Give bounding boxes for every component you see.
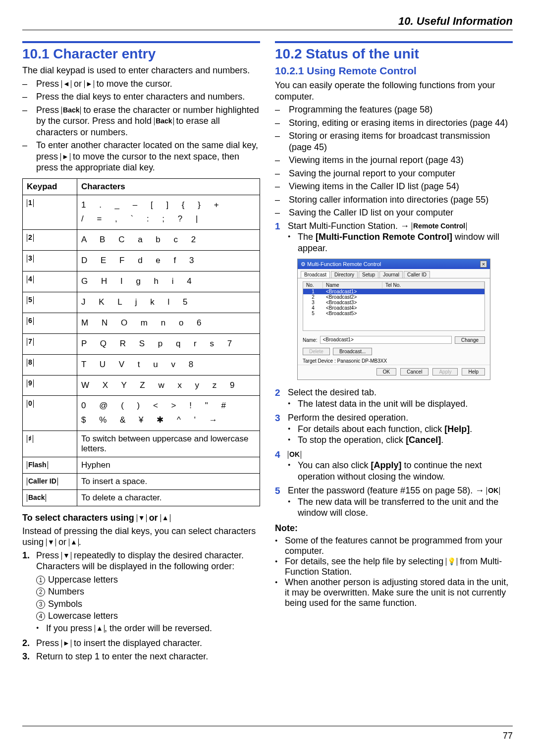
change-button[interactable]: Change	[455, 336, 485, 344]
circled-3-icon: 3	[36, 600, 45, 609]
broadcast-list[interactable]: No. Name Tel No. 1<Broadcast1> 2<Broadca…	[303, 281, 485, 331]
key-3: 3	[27, 255, 34, 263]
list-row[interactable]: 3<Broadcast3>	[303, 300, 484, 305]
chars-flash: Hyphen	[77, 457, 260, 474]
key-7: 7	[27, 338, 34, 346]
proc-step-5: 5 Enter the password (feature #155 on pa…	[275, 485, 513, 519]
circled-1-icon: 1	[36, 576, 45, 585]
list-row[interactable]: 5<Broadcast5>	[303, 311, 484, 316]
up-arrow-key: ▲	[160, 514, 170, 522]
tab-caller-id[interactable]: Caller ID	[404, 271, 430, 278]
bullet-press-dial: Press the dial keys to enter characters …	[22, 91, 260, 103]
chars-7: P Q R S p q r s 7	[77, 333, 260, 354]
apply-button[interactable]: Apply	[432, 368, 458, 376]
key-caller-id: Caller ID	[27, 478, 58, 486]
chars-hash: To switch between uppercase and lowercas…	[77, 431, 260, 457]
chars-4: G H I g h i 4	[77, 271, 260, 292]
down-arrow-key: ▼	[46, 539, 56, 546]
cancel-button[interactable]: Cancel	[400, 368, 428, 376]
down-arrow-key: ▼	[61, 552, 71, 560]
tab-broadcast[interactable]: Broadcast	[301, 271, 330, 278]
feature-item: Viewing items in the Caller ID list (pag…	[275, 181, 513, 192]
tab-journal[interactable]: Journal	[379, 271, 403, 278]
back-key: Back	[61, 107, 81, 114]
step-3: 3.Return to step 1 to enter the next cha…	[22, 651, 260, 662]
key-8: 8	[27, 359, 34, 367]
chapter-header: 10. Useful Information	[22, 15, 513, 28]
chars-1: 1 . _ – [ ] { } +/ = , ` : ; ? |	[77, 195, 260, 230]
ok-button[interactable]: OK	[376, 368, 396, 376]
right-arrow-key: ►	[60, 153, 70, 161]
right-arrow-key: ►	[61, 640, 71, 648]
proc-step-3: 3 Perform the desired operation. For det…	[275, 412, 513, 446]
note-item: When another person is adjusting stored …	[275, 577, 513, 608]
key-hash: ♯	[27, 435, 33, 443]
left-column: 10.1 Character entry The dial keypad is …	[22, 41, 260, 664]
feature-item: Storing or erasing items for broadcast t…	[275, 130, 513, 153]
key-9: 9	[27, 379, 34, 387]
step-1: 1. Press ▼ repeatedly to display the des…	[22, 550, 260, 636]
footer-rule	[22, 726, 513, 726]
key-2: 2	[27, 234, 34, 242]
bullet-move-cursor: Press ◄ or ► to move the cursor.	[22, 78, 260, 90]
list-row[interactable]: 4<Broadcast4>	[303, 305, 484, 311]
help-button[interactable]: Help	[462, 368, 485, 376]
feature-item: Storing caller information into director…	[275, 194, 513, 206]
key-5: 5	[27, 296, 34, 304]
chars-0: 0 @ ( ) < > ! " #$ % & ¥ ✱ ^ ' →	[77, 396, 260, 431]
subsection-10-2-1-title: 10.2.1 Using Remote Control	[275, 65, 513, 77]
proc-step-4: 4 OK You can also click [Apply] to conti…	[275, 449, 513, 483]
col-tel: Tel No.	[382, 282, 484, 288]
tab-directory[interactable]: Directory	[331, 271, 358, 278]
key-1: 1	[27, 199, 34, 207]
list-row[interactable]: 1<Broadcast1>	[303, 289, 484, 294]
ok-key: OK	[288, 451, 301, 459]
section-bar	[22, 41, 260, 43]
ok-key: OK	[486, 487, 500, 495]
chars-5: J K L j k l 5	[77, 292, 260, 313]
up-arrow-key: ▲	[69, 539, 79, 546]
chars-2: A B C a b c 2	[77, 230, 260, 251]
window-titlebar: ⚙ Multi-Function Remote Control ×	[298, 259, 490, 269]
broadcast-button[interactable]: Broadcast...	[333, 348, 372, 355]
chars-9: W X Y Z w x y z 9	[77, 375, 260, 396]
feature-item: Saving the Caller ID list on your comput…	[275, 207, 513, 218]
character-table: Keypad Characters 11 . _ – [ ] { } +/ = …	[22, 178, 260, 507]
intro-text: The dial keypad is used to enter charact…	[22, 65, 260, 76]
bullet-same-key: To enter another character located on th…	[22, 140, 260, 173]
note-heading: Note:	[275, 523, 513, 534]
bullet-back-erase: Press Back to erase the character or num…	[22, 105, 260, 138]
left-arrow-key: ◄	[61, 80, 71, 88]
list-row[interactable]: 2<Broadcast2>	[303, 294, 484, 300]
feature-item: Programming the features (page 58)	[275, 104, 513, 115]
th-characters: Characters	[77, 178, 260, 195]
circled-4-icon: 4	[36, 612, 45, 621]
chars-6: M N O m n o 6	[77, 313, 260, 333]
back-key: Back	[154, 117, 173, 125]
name-input[interactable]: <Broadcast1>	[320, 336, 452, 344]
th-keypad: Keypad	[23, 178, 77, 195]
proc-step-1: 1 Start Multi-Function Station. → Remote…	[275, 220, 513, 254]
delete-button[interactable]: Delete	[303, 348, 330, 355]
close-icon[interactable]: ×	[480, 261, 487, 268]
remote-control-window: ⚙ Multi-Function Remote Control × Broadc…	[297, 259, 490, 380]
key-flash: Flash	[27, 461, 48, 469]
section-10-2-title: 10.2 Status of the unit	[275, 46, 513, 62]
tab-setup[interactable]: Setup	[359, 271, 378, 278]
right-arrow-key: ►	[84, 80, 94, 88]
section-bar	[275, 41, 513, 43]
step-2: 2.Press ► to insert the displayed charac…	[22, 638, 260, 649]
key-back: Back	[27, 494, 46, 502]
circled-2-icon: 2	[36, 588, 45, 596]
chars-8: T U V t u v 8	[77, 354, 260, 375]
chars-3: D E F d e f 3	[77, 251, 260, 271]
key-0: 0	[27, 400, 34, 408]
col-no: No.	[303, 282, 323, 288]
target-device: Target Device : Panasonic DP-MB3XX	[298, 357, 490, 365]
feature-item: Storing, editing or erasing items in dir…	[275, 117, 513, 129]
key-4: 4	[27, 275, 34, 283]
feature-item: Viewing items in the journal report (pag…	[275, 155, 513, 166]
up-arrow-key: ▲	[95, 625, 105, 633]
page-number: 77	[503, 731, 513, 741]
select-chars-heading: To select characters using ▼ or ▲	[22, 512, 260, 524]
